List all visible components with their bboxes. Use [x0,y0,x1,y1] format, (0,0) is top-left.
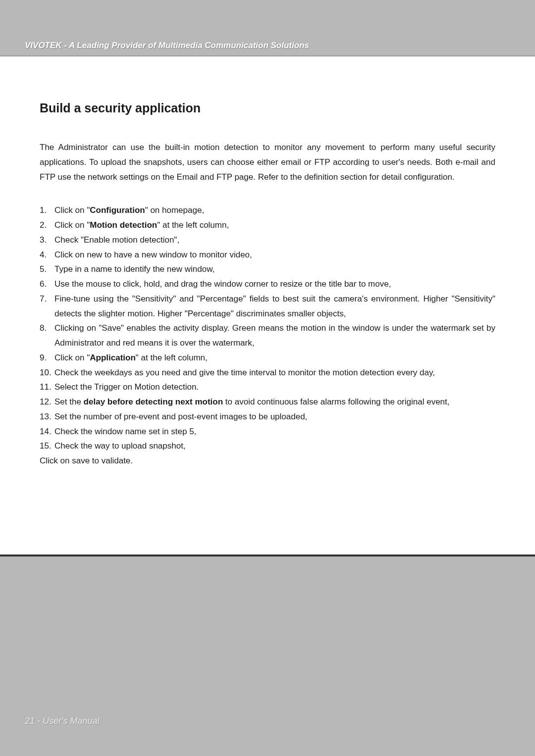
page-content: Build a security application The Adminis… [0,56,535,556]
step-text: Clicking on "Save" enables the activity … [54,321,495,351]
step-number: 9. [40,351,54,365]
header-tagline: VIVOTEK - A Leading Provider of Multimed… [25,41,309,50]
step-text: Set the number of pre-event and post-eve… [54,409,495,424]
step-number: 13. [40,409,54,424]
step-text: Use the mouse to click, hold, and drag t… [54,277,495,292]
list-item: 9. Click on "Application" at the left co… [40,351,495,365]
page-number-label: 21 - User's Manual [25,716,100,726]
list-item: 10. Check the weekdays as you need and g… [40,365,495,380]
section-title: Build a security application [40,101,495,115]
step-number: 8. [40,321,54,351]
list-item: 15. Check the way to upload snapshot, [40,439,495,454]
list-item: 6. Use the mouse to click, hold, and dra… [40,277,495,292]
step-number: 7. [40,292,54,321]
step-text: Click on new to have a new window to mon… [54,248,495,262]
closing-text: Click on save to validate. [40,454,495,468]
step-number: 15. [40,439,54,454]
list-item: 1. Click on "Configuration" on homepage, [40,203,495,218]
list-item: 3. Check "Enable motion detection", [40,233,495,248]
step-text: Type in a name to identify the new windo… [54,262,495,277]
step-number: 3. [40,233,54,248]
step-text: Set the delay before detecting next moti… [54,395,495,409]
list-item: 11. Select the Trigger on Motion detecti… [40,380,495,395]
step-text: Select the Trigger on Motion detection. [54,380,495,395]
step-text: Fine-tune using the "Sensitivity" and "P… [54,292,495,321]
list-item: 13. Set the number of pre-event and post… [40,409,495,424]
list-item: 2. Click on "Motion detection" at the le… [40,218,495,233]
document-header: VIVOTEK - A Leading Provider of Multimed… [0,0,535,56]
list-item: 7. Fine-tune using the "Sensitivity" and… [40,292,495,321]
step-text: Check the weekdays as you need and give … [54,365,495,380]
step-number: 14. [40,424,54,439]
step-text: Check the window name set in step 5, [54,424,495,439]
step-number: 1. [40,203,54,218]
step-number: 4. [40,248,54,262]
list-item: 5. Type in a name to identify the new wi… [40,262,495,277]
list-item: 4. Click on new to have a new window to … [40,248,495,262]
step-text: Check "Enable motion detection", [54,233,495,248]
step-number: 10. [40,365,54,380]
list-item: 8. Clicking on "Save" enables the activi… [40,321,495,351]
step-number: 11. [40,380,54,395]
step-text: Click on "Configuration" on homepage, [54,203,495,218]
list-item: 12. Set the delay before detecting next … [40,395,495,409]
step-number: 5. [40,262,54,277]
list-item: 14. Check the window name set in step 5, [40,424,495,439]
step-number: 2. [40,218,54,233]
steps-list: 1. Click on "Configuration" on homepage,… [40,203,495,454]
step-number: 12. [40,395,54,409]
step-number: 6. [40,277,54,292]
step-text: Check the way to upload snapshot, [54,439,495,454]
document-footer: 21 - User's Manual [25,716,100,726]
intro-paragraph: The Administrator can use the built-in m… [40,140,495,184]
step-text: Click on "Motion detection" at the left … [54,218,495,233]
step-text: Click on "Application" at the left colum… [54,351,495,365]
